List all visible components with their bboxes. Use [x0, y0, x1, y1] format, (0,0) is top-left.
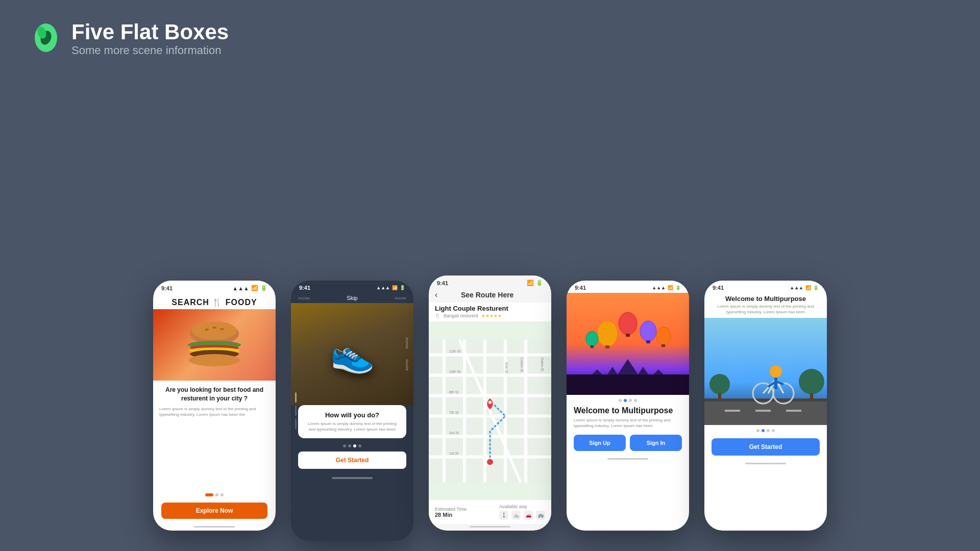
- svg-text:1st St: 1st St: [449, 452, 458, 455]
- svg-point-35: [486, 459, 494, 466]
- battery-icon-5: 🔋: [813, 285, 819, 290]
- phone3-status-icons: 📶 🔋: [527, 280, 543, 286]
- phone1-logo: SEARCH 🍴 FOODY: [153, 293, 276, 309]
- phone2-dots: [291, 444, 413, 447]
- phone3-status-bar: 9:41 📶 🔋: [429, 276, 551, 288]
- explore-now-button[interactable]: Explore Now: [161, 503, 267, 519]
- svg-point-7: [220, 328, 224, 330]
- svg-point-48: [640, 321, 656, 341]
- back-arrow-icon[interactable]: ‹: [435, 290, 437, 299]
- svg-text:3rd St: 3rd St: [449, 431, 459, 435]
- svg-text:Erie St: Erie St: [505, 363, 508, 373]
- svg-point-12: [189, 354, 240, 366]
- phone1-home-bar: [194, 526, 235, 528]
- svg-point-50: [586, 331, 598, 346]
- side-dot-2: [295, 406, 297, 416]
- battery-icon-4: 🔋: [675, 285, 681, 290]
- phone3-home-bar: [470, 526, 510, 528]
- signin-button[interactable]: Sign In: [630, 435, 682, 451]
- p2-dot-2: [348, 444, 351, 447]
- p2-dot-4: [358, 444, 361, 447]
- bike-icon: 🚲: [511, 511, 521, 520]
- phone5-status-bar: 9:41 ▲▲▲ 📶 🔋: [704, 281, 827, 293]
- phone2-status-icons: ▲▲▲ 📶 🔋: [376, 285, 405, 290]
- page-header: Five Flat Boxes Some more scene informat…: [31, 20, 949, 57]
- estimated-time: Estimated Time 28 Min: [435, 507, 467, 518]
- phone5-image: [704, 318, 827, 425]
- shoe-image-area: 👟 #smile #smile: [291, 303, 413, 405]
- p5-dot-2-active: [762, 429, 765, 432]
- wifi-icon-3: 🔋: [536, 280, 543, 286]
- phone2-time: 9:41: [299, 285, 310, 291]
- phone1-subtext: Lorem Ipsum is simply dummy text of the …: [159, 406, 270, 417]
- phone-5-cycling-app: 9:41 ▲▲▲ 📶 🔋 Welcome to Multipurpose Lor…: [704, 281, 827, 531]
- phone1-content: SEARCH 🍴 FOODY: [153, 293, 276, 531]
- phone-4-travel-app: 9:41 ▲▲▲ 📶 🔋: [567, 281, 689, 531]
- phone5-dots: [704, 429, 827, 432]
- phone1-text-area: Are you looking for best food and restur…: [153, 381, 276, 490]
- p5-dot-3: [767, 429, 770, 432]
- phone4-time: 9:41: [575, 285, 586, 291]
- p4-dot-3: [629, 399, 632, 402]
- phone-3-map-app: 9:41 📶 🔋 ‹ See Route Here Light Couple R…: [429, 276, 551, 531]
- restaurant-sub: 🍴 Bangali resturent ★★★★★: [435, 313, 545, 318]
- phone1-dots: [153, 493, 276, 496]
- p4-dot-2-active: [624, 399, 627, 402]
- svg-point-4: [192, 321, 237, 340]
- svg-text:12th St: 12th St: [449, 349, 460, 353]
- phone4-subtitle: Lorem Ipsum is simply dummy text of the …: [574, 417, 682, 429]
- phone4-buttons: Sign Up Sign In: [567, 433, 689, 456]
- svg-point-71: [799, 369, 824, 394]
- dot-2: [215, 493, 218, 496]
- phone4-title: Welcome to Multipurpose: [574, 406, 682, 415]
- svg-point-46: [619, 312, 637, 335]
- map-footer: Estimated Time 28 Min Available way 🚶 🚲 …: [429, 500, 551, 524]
- bus-icon: 🚌: [536, 511, 545, 520]
- phone2-card-title: How will you do?: [304, 411, 400, 419]
- map-svg: 12th St 10th St 8th St 7th St 3rd St 1st…: [429, 322, 551, 500]
- phone5-description: Lorem Ipsum is simply dummy text of the …: [712, 304, 820, 315]
- p4-dot-4: [634, 399, 637, 402]
- svg-rect-58: [755, 410, 771, 412]
- dot-1-active: [205, 493, 213, 496]
- svg-rect-51: [591, 345, 594, 348]
- star-rating: ★★★★★: [481, 313, 502, 318]
- phone5-welcome: Welcome to Multipurpose: [712, 295, 820, 303]
- p5-dot-4: [772, 429, 775, 432]
- map-app-header: ‹ See Route Here: [429, 288, 551, 303]
- phone2-get-started-button[interactable]: Get Started: [298, 452, 406, 469]
- shoe-emoji: 👟: [330, 333, 375, 375]
- svg-rect-47: [626, 334, 630, 337]
- battery-icon-2: 🔋: [400, 285, 405, 290]
- phone2-card: How will you do? Lorem Ipsum is simply d…: [298, 405, 406, 438]
- side-labels: #smile #smile: [405, 337, 409, 371]
- phone5-get-started-button[interactable]: Get Started: [712, 438, 820, 456]
- header-text: Five Flat Boxes Some more scene informat…: [71, 20, 229, 57]
- phone3-time: 9:41: [437, 280, 448, 286]
- phone4-dots: [567, 399, 689, 402]
- svg-point-5: [205, 329, 209, 331]
- logo-icon: [31, 22, 61, 55]
- svg-rect-72: [810, 393, 813, 399]
- phone-1-food-app: 9:41 ▲▲▲ 📶 🔋 SEARCH 🍴 FOODY: [153, 281, 276, 531]
- cycling-svg: [704, 318, 827, 425]
- slide-label-1: #smile: [298, 296, 310, 300]
- signup-button[interactable]: Sign Up: [574, 435, 626, 451]
- phone1-status-bar: 9:41 ▲▲▲ 📶 🔋: [153, 281, 276, 293]
- signal-icon-5: ▲▲▲: [790, 285, 803, 290]
- phone4-status-icons: ▲▲▲ 📶 🔋: [652, 285, 681, 290]
- svg-text:7th St: 7th St: [449, 411, 458, 414]
- est-time-label: Estimated Time: [435, 507, 467, 512]
- phone4-image: [567, 293, 689, 395]
- skip-button[interactable]: Skip: [347, 295, 357, 301]
- svg-rect-49: [646, 340, 650, 343]
- p4-dot-1: [619, 399, 622, 402]
- phone1-time: 9:41: [161, 285, 173, 291]
- side-label-right: #smile: [405, 359, 409, 371]
- p2-dot-3-active: [353, 444, 356, 447]
- signal-icon-3: 📶: [527, 280, 534, 286]
- phones-row: 9:41 ▲▲▲ 📶 🔋 SEARCH 🍴 FOODY: [31, 83, 949, 531]
- phone2-top-nav: #smile Skip #smile: [291, 293, 413, 303]
- wifi-icon-5: 📶: [805, 285, 811, 290]
- balloon-scene: [567, 293, 689, 395]
